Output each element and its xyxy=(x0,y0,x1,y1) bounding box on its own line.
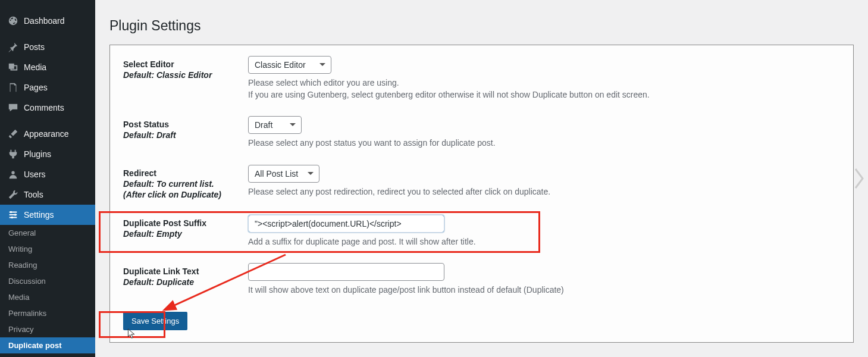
save-button[interactable]: Save Settings xyxy=(123,312,187,330)
sidebar-item-users[interactable]: Users xyxy=(0,164,95,184)
main-content: Plugin Settings Select Editor Default: C… xyxy=(95,0,868,357)
field-row-editor: Select Editor Default: Classic Editor Cl… xyxy=(123,56,840,101)
field-label: Redirect xyxy=(123,168,248,178)
sidebar-item-label: Appearance xyxy=(24,129,69,139)
sidebar-sub-privacy[interactable]: Privacy xyxy=(0,321,95,337)
field-default: Default: Duplicate xyxy=(123,277,248,287)
field-desc: Please select any post redirection, redi… xyxy=(248,186,840,198)
sidebar-item-tools[interactable]: Tools xyxy=(0,184,95,205)
field-label: Select Editor xyxy=(123,60,248,69)
sidebar-item-posts[interactable]: Posts xyxy=(0,37,95,57)
sidebar-sub-media[interactable]: Media xyxy=(0,289,95,305)
sidebar-item-label: Settings xyxy=(24,210,54,220)
field-default-extra: (After click on Duplicate) xyxy=(123,190,248,199)
field-label: Duplicate Link Text xyxy=(123,267,248,276)
sidebar-item-label: Comments xyxy=(24,103,64,112)
field-row-status: Post Status Default: Draft Draft Please … xyxy=(123,116,840,149)
field-label: Post Status xyxy=(123,120,248,129)
sidebar-sub-writing[interactable]: Writing xyxy=(0,241,95,257)
sidebar-item-comments[interactable]: Comments xyxy=(0,98,95,118)
svg-point-2 xyxy=(11,217,13,219)
sidebar-sub-duplicate-post[interactable]: Duplicate post xyxy=(0,337,95,353)
sidebar-sub-label: Privacy xyxy=(8,325,34,334)
sidebar-item-label: Pages xyxy=(24,83,48,92)
sidebar-sub-reading[interactable]: Reading xyxy=(0,257,95,273)
sidebar-item-label: Posts xyxy=(24,42,45,52)
field-desc: Add a suffix for duplicate page and post… xyxy=(248,236,840,248)
sidebar-sub-label: Media xyxy=(8,293,29,302)
comments-icon xyxy=(7,102,19,114)
field-label: Duplicate Post Suffix xyxy=(123,218,248,228)
editor-select[interactable]: Classic Editor xyxy=(248,56,331,74)
sidebar-sub-general[interactable]: General xyxy=(0,225,95,241)
svg-point-1 xyxy=(14,214,17,216)
field-desc: Please select which editor you are using… xyxy=(248,77,840,101)
sidebar-item-appearance[interactable]: Appearance xyxy=(0,124,95,144)
sidebar-item-label: Plugins xyxy=(24,149,51,159)
plugin-icon xyxy=(7,148,19,160)
sidebar-sub-label: General xyxy=(8,228,36,237)
field-row-link-text: Duplicate Link Text Default: Duplicate I… xyxy=(123,263,840,296)
field-desc: Please select any post status you want t… xyxy=(248,137,840,149)
sidebar-sub-permalinks[interactable]: Permalinks xyxy=(0,305,95,321)
admin-sidebar: Dashboard Posts Media Pages Comments App… xyxy=(0,0,95,357)
link-text-input[interactable] xyxy=(248,263,444,281)
sidebar-sub-label: Reading xyxy=(8,261,37,270)
sidebar-item-label: Users xyxy=(24,170,46,179)
sidebar-item-settings[interactable]: Settings xyxy=(0,205,95,225)
sidebar-sub-label: Discussion xyxy=(8,277,46,286)
sidebar-item-label: Media xyxy=(24,62,46,72)
sidebar-item-plugins[interactable]: Plugins xyxy=(0,144,95,164)
media-icon xyxy=(7,61,19,73)
field-default: Default: Classic Editor xyxy=(123,70,248,80)
sidebar-sub-discussion[interactable]: Discussion xyxy=(0,273,95,289)
chevron-right-icon[interactable] xyxy=(853,167,866,190)
brush-icon xyxy=(7,128,19,140)
field-row-redirect: Redirect Default: To current list. (Afte… xyxy=(123,165,840,199)
pin-icon xyxy=(7,41,19,53)
field-default: Default: Draft xyxy=(123,130,248,140)
tools-icon xyxy=(7,189,19,201)
sidebar-item-label: Tools xyxy=(24,190,43,199)
field-default: Default: Empty xyxy=(123,229,248,239)
dashboard-icon xyxy=(7,15,19,27)
pages-icon xyxy=(7,82,19,93)
field-row-suffix: Duplicate Post Suffix Default: Empty Add… xyxy=(123,215,840,248)
field-desc: It will show above text on duplicate pag… xyxy=(248,284,840,296)
sidebar-item-pages[interactable]: Pages xyxy=(0,77,95,98)
sidebar-sub-label: Writing xyxy=(8,245,32,253)
sidebar-item-label: Dashboard xyxy=(24,16,65,26)
users-icon xyxy=(7,168,19,180)
settings-icon xyxy=(7,209,19,221)
sidebar-sub-label: Permalinks xyxy=(8,309,46,318)
sidebar-item-dashboard[interactable]: Dashboard xyxy=(0,11,95,31)
sidebar-item-media[interactable]: Media xyxy=(0,57,95,77)
sidebar-sub-label: Duplicate post xyxy=(8,341,62,350)
page-title: Plugin Settings xyxy=(109,18,854,34)
status-select[interactable]: Draft xyxy=(248,116,302,134)
suffix-input[interactable] xyxy=(248,215,444,233)
svg-point-0 xyxy=(10,211,12,214)
field-default: Default: To current list. xyxy=(123,179,248,189)
settings-panel: Select Editor Default: Classic Editor Cl… xyxy=(109,45,854,343)
redirect-select[interactable]: All Post List xyxy=(248,165,319,183)
